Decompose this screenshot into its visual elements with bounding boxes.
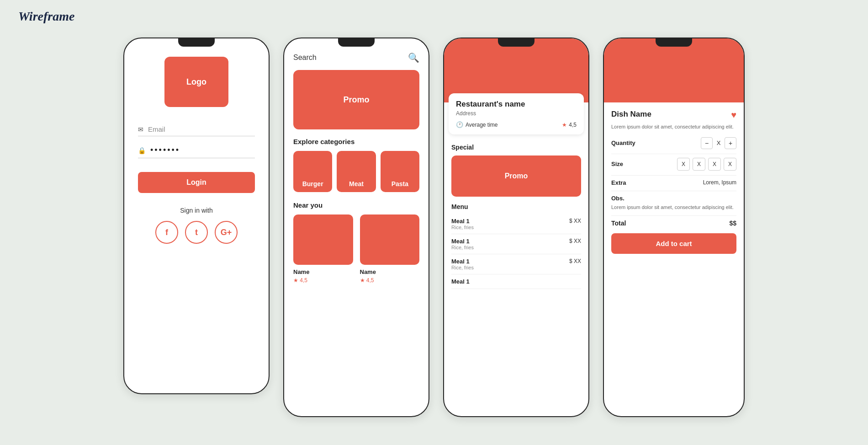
size-option-3[interactable]: X (708, 158, 721, 171)
lock-icon: 🔒 (138, 147, 146, 154)
quantity-row: Quantity − X + (611, 137, 736, 149)
near-card-1[interactable]: Name ★ 4,5 (293, 214, 353, 284)
dish-header-image (604, 38, 744, 102)
size-options: X X X X (677, 158, 736, 171)
category-meat[interactable]: Meat (337, 151, 376, 192)
near-you-title: Near you (293, 201, 419, 209)
menu-label: Menu (451, 203, 581, 210)
obs-label: Obs. (611, 195, 736, 202)
qty-minus-button[interactable]: − (701, 137, 713, 149)
size-row: Size X X X X (611, 158, 736, 171)
phone-home: Search 🔍 Promo Explore categories Burger… (283, 38, 429, 417)
near-card-1-image (293, 214, 353, 265)
dish-screen: Dish Name ♥ Lorem ipsum dolor sit amet, … (604, 38, 744, 416)
phone-login: Logo ✉ Email 🔒 ••••••• Login Sign in wit… (123, 38, 270, 394)
home-screen: Search 🔍 Promo Explore categories Burger… (284, 38, 429, 293)
extra-label: Extra (611, 179, 626, 186)
phone-dish: Dish Name ♥ Lorem ipsum dolor sit amet, … (603, 38, 745, 417)
divider-4 (611, 215, 736, 216)
near-card-2-name: Name (360, 268, 420, 275)
menu-item-1[interactable]: Meal 1 Rice, fries $ XX (451, 214, 581, 234)
qty-display: X (715, 139, 722, 146)
search-icon[interactable]: 🔍 (408, 52, 419, 63)
extra-value: Lorem, Ipsum (703, 179, 736, 186)
categories-row: Burger Meat Pasta (293, 151, 419, 192)
divider-1 (611, 154, 736, 154)
restaurant-name: Restaurant's name (456, 100, 577, 109)
password-row: 🔒 ••••••• (138, 145, 255, 158)
menu-item-4[interactable]: Meal 1 (451, 274, 581, 289)
password-field[interactable]: ••••••• (150, 145, 180, 155)
restaurant-address: Address (456, 110, 577, 117)
size-option-2[interactable]: X (693, 158, 705, 171)
near-card-2[interactable]: Name ★ 4,5 (360, 214, 420, 284)
avg-time: 🕐 Average time (456, 121, 498, 128)
star-icon-2: ★ (360, 277, 365, 284)
login-button[interactable]: Login (138, 172, 255, 193)
size-option-4[interactable]: X (724, 158, 736, 171)
password-input-group: 🔒 ••••••• (138, 145, 255, 158)
extra-row: Extra Lorem, Ipsum (611, 179, 736, 186)
category-burger[interactable]: Burger (293, 151, 332, 192)
logo-box: Logo (164, 57, 228, 107)
restaurant-header-image (444, 38, 588, 102)
total-row: Total $$ (611, 220, 736, 227)
star-icon: ★ (562, 122, 567, 128)
explore-title: Explore categories (293, 138, 419, 145)
promo-banner: Promo (293, 70, 419, 129)
obs-section: Obs. Lorem ipsum dolor sit amet, consect… (611, 195, 736, 211)
size-option-1[interactable]: X (677, 158, 690, 171)
total-value: $$ (729, 220, 736, 227)
total-label: Total (611, 220, 626, 227)
email-placeholder[interactable]: Email (148, 125, 165, 133)
phone-restaurant: Restaurant's name Address 🕐 Average time… (443, 38, 589, 417)
facebook-button[interactable]: f (155, 221, 178, 244)
near-card-2-image (360, 214, 420, 265)
phones-container: Logo ✉ Email 🔒 ••••••• Login Sign in wit… (18, 38, 850, 417)
category-pasta[interactable]: Pasta (381, 151, 419, 192)
add-to-cart-button[interactable]: Add to cart (611, 233, 736, 254)
menu-item-3[interactable]: Meal 1 Rice, fries $ XX (451, 254, 581, 274)
restaurant-screen: Restaurant's name Address 🕐 Average time… (444, 38, 588, 416)
twitter-button[interactable]: t (185, 221, 208, 244)
rating-badge: ★ 4,5 (562, 122, 577, 128)
dish-name: Dish Name (611, 110, 651, 119)
obs-text: Lorem ipsum dolor sit amet, consectetur … (611, 204, 736, 211)
login-screen: Logo ✉ Email 🔒 ••••••• Login Sign in wit… (124, 38, 269, 253)
email-input-group: ✉ Email (138, 125, 255, 136)
special-label: Special (451, 144, 581, 151)
star-icon-1: ★ (293, 277, 298, 284)
restaurant-meta: 🕐 Average time ★ 4,5 (456, 121, 577, 128)
sign-in-with-label: Sign in with (180, 207, 213, 214)
divider-2 (611, 175, 736, 176)
restaurant-info-card: Restaurant's name Address 🕐 Average time… (449, 93, 584, 134)
dish-description: Lorem ipsum dolor sit amet, consectetur … (611, 123, 736, 131)
dish-content: Dish Name ♥ Lorem ipsum dolor sit amet, … (604, 102, 744, 261)
quantity-label: Quantity (611, 139, 635, 146)
qty-plus-button[interactable]: + (725, 137, 736, 149)
app-title: Wireframe (18, 9, 850, 24)
size-label: Size (611, 161, 623, 167)
email-icon: ✉ (138, 126, 143, 133)
social-icons-row: f t G+ (155, 221, 238, 244)
google-button[interactable]: G+ (215, 221, 238, 244)
dish-top-row: Dish Name ♥ (611, 110, 736, 120)
quantity-controls: − X + (701, 137, 736, 149)
restaurant-body: Special Promo Menu Meal 1 Rice, fries $ … (444, 144, 588, 289)
menu-item-2[interactable]: Meal 1 Rice, fries $ XX (451, 234, 581, 254)
near-card-1-name: Name (293, 268, 353, 275)
search-label[interactable]: Search (293, 54, 317, 62)
heart-icon[interactable]: ♥ (731, 110, 736, 120)
search-bar: Search 🔍 (293, 52, 419, 63)
near-card-1-rating: ★ 4,5 (293, 277, 353, 284)
special-promo: Promo (451, 155, 581, 197)
clock-icon: 🕐 (456, 121, 463, 128)
divider-3 (611, 191, 736, 191)
near-card-2-rating: ★ 4,5 (360, 277, 420, 284)
email-row: ✉ Email (138, 125, 255, 136)
near-you-row: Name ★ 4,5 Name ★ 4,5 (293, 214, 419, 284)
